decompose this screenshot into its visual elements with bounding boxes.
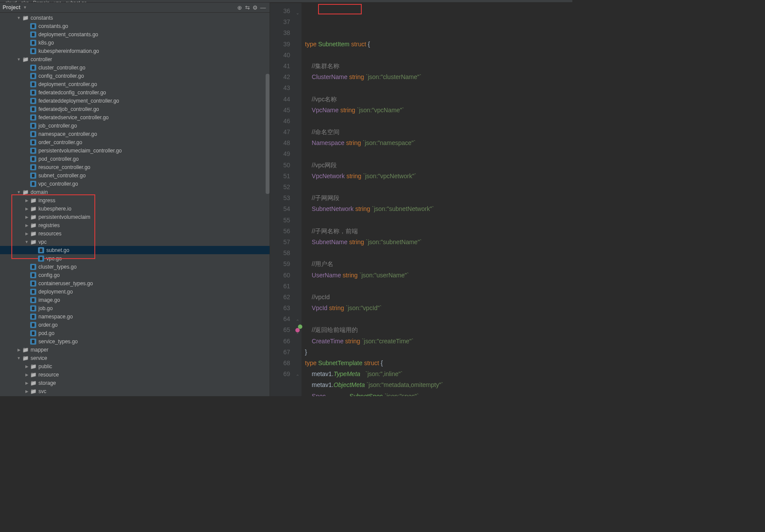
line-number[interactable]: 38 — [270, 28, 290, 38]
code-line[interactable]: metav1.ObjectMeta `json:"metadata,omitem… — [305, 380, 572, 390]
expand-arrow-icon[interactable]: ▶ — [24, 198, 30, 203]
tree-folder-service[interactable]: ▼service — [0, 354, 270, 362]
line-number[interactable]: 61 — [270, 281, 290, 292]
code-line[interactable]: CreateTime string `json:"createTime"` — [305, 336, 572, 347]
code-line[interactable]: SubnetName string `json:"subnetName"` — [305, 237, 572, 248]
tree-file-pod_controller.go[interactable]: pod_controller.go — [0, 155, 270, 163]
code-line[interactable] — [305, 50, 572, 61]
tree-folder-domain[interactable]: ▼domain — [0, 188, 270, 196]
line-number[interactable]: 49 — [270, 149, 290, 159]
line-number[interactable]: 67 — [270, 347, 290, 358]
code-line[interactable]: //集群名称 — [305, 61, 572, 72]
line-number[interactable]: 48 — [270, 138, 290, 149]
code-content[interactable]: type SubnetItem struct { //集群名称 ClusterN… — [301, 3, 572, 396]
fold-toggle-icon[interactable]: ⌄ — [296, 7, 299, 18]
tree-folder-ingress[interactable]: ▶ingress — [0, 196, 270, 204]
tree-file-job_controller.go[interactable]: job_controller.go — [0, 121, 270, 130]
line-number[interactable]: 44 — [270, 94, 290, 105]
tree-file-namespace_controller.go[interactable]: namespace_controller.go — [0, 130, 270, 138]
line-number[interactable]: 50 — [270, 160, 290, 171]
tree-file-persistentvolumeclaim_controller.go[interactable]: persistentvolumeclaim_controller.go — [0, 146, 270, 155]
tree-file-federateddeployment_controller.go[interactable]: federateddeployment_controller.go — [0, 97, 270, 105]
collapse-all-icon[interactable]: ⇆ — [243, 4, 251, 11]
expand-arrow-icon[interactable]: ▶ — [24, 389, 30, 394]
expand-arrow-icon[interactable]: ▶ — [24, 223, 30, 228]
expand-arrow-icon[interactable]: ▶ — [24, 231, 30, 236]
code-line[interactable]: SubnetNetwork string `json:"subnetNetwor… — [305, 204, 572, 214]
code-line[interactable]: VpcNetwork string `json:"vpcNetwork"` — [305, 171, 572, 182]
expand-arrow-icon[interactable]: ▼ — [16, 190, 22, 194]
tree-folder-mapper[interactable]: ▶mapper — [0, 345, 270, 354]
code-line[interactable]: //子网网段 — [305, 193, 572, 204]
line-number[interactable]: 66 — [270, 336, 290, 347]
tree-folder-kubesphere.io[interactable]: ▶kubesphere.io — [0, 204, 270, 213]
code-line[interactable]: VpcName string `json:"vpcName"` — [305, 105, 572, 116]
line-number[interactable]: 47 — [270, 127, 290, 138]
expand-arrow-icon[interactable]: ▼ — [16, 57, 22, 62]
tree-file-config_controller.go[interactable]: config_controller.go — [0, 72, 270, 80]
line-number[interactable]: 51 — [270, 171, 290, 182]
code-line[interactable]: ClusterName string `json:"clusterName"` — [305, 72, 572, 83]
code-line[interactable]: Namespace string `json:"namespace"` — [305, 138, 572, 149]
expand-arrow-icon[interactable]: ▶ — [16, 348, 22, 352]
tree-folder-storage[interactable]: ▶storage — [0, 379, 270, 387]
tree-file-containeruser_types.go[interactable]: containeruser_types.go — [0, 279, 270, 287]
line-number[interactable]: 42 — [270, 72, 290, 83]
line-number[interactable]: 60 — [270, 270, 290, 281]
line-number[interactable]: 46 — [270, 116, 290, 127]
code-line[interactable]: //子网名称，前端 — [305, 226, 572, 237]
tree-file-deployment_controller.go[interactable]: deployment_controller.go — [0, 80, 270, 88]
expand-arrow-icon[interactable]: ▶ — [24, 381, 30, 385]
line-number[interactable]: 37 — [270, 17, 290, 28]
code-line[interactable] — [305, 149, 572, 159]
code-line[interactable]: //用户名 — [305, 259, 572, 269]
tree-scrollbar[interactable] — [266, 74, 270, 194]
code-line[interactable] — [305, 182, 572, 193]
line-number[interactable]: 52 — [270, 182, 290, 193]
expand-arrow-icon[interactable]: ▼ — [16, 356, 22, 360]
tree-file-cluster_controller.go[interactable]: cluster_controller.go — [0, 63, 270, 72]
line-number[interactable]: 43 — [270, 83, 290, 93]
fold-gutter[interactable]: ⌄⌃⌄⌃ — [295, 3, 301, 396]
line-number[interactable]: 40 — [270, 50, 290, 61]
tree-folder-vpc[interactable]: ▼vpc — [0, 238, 270, 246]
tree-file-federatedjob_controller.go[interactable]: federatedjob_controller.go — [0, 105, 270, 113]
code-editor[interactable]: 3637383940414243444546474849505152535455… — [270, 3, 572, 396]
line-number[interactable]: 64 — [270, 314, 290, 325]
tree-file-federatedservice_controller.go[interactable]: federatedservice_controller.go — [0, 113, 270, 121]
tree-file-subnet.go[interactable]: subnet.go — [0, 246, 270, 254]
code-line[interactable]: //vpc名称 — [305, 94, 572, 105]
fold-toggle-icon[interactable]: ⌄ — [296, 327, 299, 338]
code-line[interactable]: VpcId string `json:"vpcId"` — [305, 303, 572, 314]
tree-folder-controller[interactable]: ▼controller — [0, 55, 270, 63]
line-number[interactable]: 39 — [270, 39, 290, 50]
code-line[interactable] — [305, 116, 572, 127]
code-line[interactable] — [305, 83, 572, 93]
line-number[interactable]: 62 — [270, 292, 290, 303]
gear-icon[interactable]: ⚙ — [251, 4, 259, 11]
line-number[interactable]: 69 — [270, 369, 290, 380]
tree-file-vpc_controller.go[interactable]: vpc_controller.go — [0, 180, 270, 188]
tree-file-resource_controller.go[interactable]: resource_controller.go — [0, 163, 270, 171]
line-number[interactable]: 57 — [270, 237, 290, 248]
tree-folder-resources[interactable]: ▶resources — [0, 229, 270, 238]
expand-arrow-icon[interactable]: ▼ — [16, 16, 22, 20]
tree-folder-registries[interactable]: ▶registries — [0, 221, 270, 229]
tree-file-order_controller.go[interactable]: order_controller.go — [0, 138, 270, 146]
tree-folder-constants[interactable]: ▼constants — [0, 14, 270, 22]
line-number[interactable]: 58 — [270, 248, 290, 259]
tree-file-image.go[interactable]: image.go — [0, 296, 270, 304]
tree-file-namespace.go[interactable]: namespace.go — [0, 312, 270, 321]
line-number[interactable]: 41 — [270, 61, 290, 72]
fold-toggle-icon[interactable]: ⌃ — [296, 371, 299, 382]
tree-file-subnet_controller.go[interactable]: subnet_controller.go — [0, 171, 270, 180]
tree-file-federatedconfig_controller.go[interactable]: federatedconfig_controller.go — [0, 88, 270, 97]
project-view-dropdown[interactable]: ▼ — [23, 5, 27, 10]
code-line[interactable]: //vpcId — [305, 292, 572, 303]
line-number[interactable]: 65 — [270, 325, 290, 335]
tree-file-deployment.go[interactable]: deployment.go — [0, 287, 270, 296]
tree-folder-svc[interactable]: ▶svc — [0, 387, 270, 395]
locate-icon[interactable]: ⊕ — [235, 4, 243, 11]
expand-arrow-icon[interactable]: ▼ — [24, 240, 30, 244]
code-line[interactable]: type SubnetTemplate struct { — [305, 358, 572, 369]
